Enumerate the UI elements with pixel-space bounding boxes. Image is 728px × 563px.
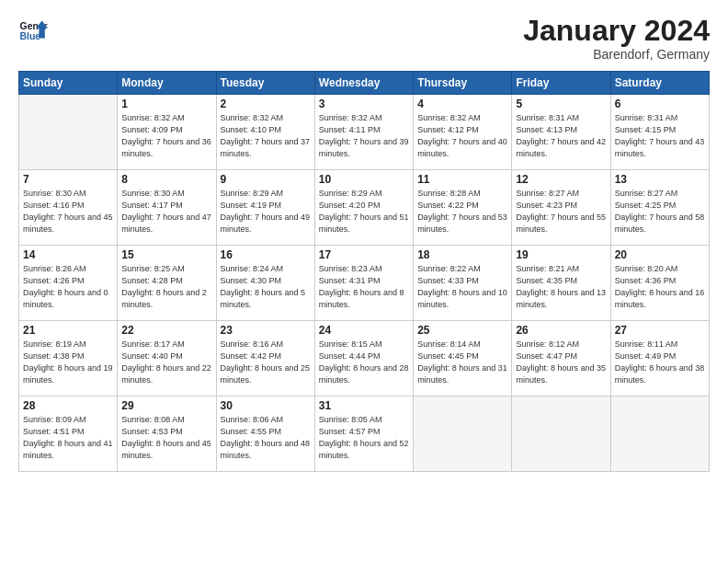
calendar-cell: 28Sunrise: 8:09 AMSunset: 4:51 PMDayligh… [19,396,118,472]
calendar-cell: 8Sunrise: 8:30 AMSunset: 4:17 PMDaylight… [118,170,216,246]
calendar-cell: 23Sunrise: 8:16 AMSunset: 4:42 PMDayligh… [216,321,314,396]
calendar-cell: 4Sunrise: 8:32 AMSunset: 4:12 PMDaylight… [414,95,512,170]
calendar-cell: 30Sunrise: 8:06 AMSunset: 4:55 PMDayligh… [216,396,314,472]
location: Barendorf, Germany [523,47,710,62]
day-info: Sunrise: 8:12 AMSunset: 4:47 PMDaylight:… [516,339,606,386]
day-info: Sunrise: 8:21 AMSunset: 4:35 PMDaylight:… [516,263,606,311]
day-number: 17 [319,248,409,261]
calendar-cell [610,396,709,472]
calendar-cell: 25Sunrise: 8:14 AMSunset: 4:45 PMDayligh… [414,321,512,396]
weekday-header-row: SundayMondayTuesdayWednesdayThursdayFrid… [19,72,710,95]
day-number: 15 [121,248,211,261]
day-number: 2 [221,98,311,110]
calendar-cell [414,396,512,472]
header: General Blue January 2024 Barendorf, Ger… [18,15,710,62]
day-info: Sunrise: 8:22 AMSunset: 4:33 PMDaylight:… [417,263,507,311]
week-row-4: 21Sunrise: 8:19 AMSunset: 4:38 PMDayligh… [19,321,710,396]
calendar-cell: 16Sunrise: 8:24 AMSunset: 4:30 PMDayligh… [216,246,314,321]
calendar-cell [19,95,118,170]
calendar-cell: 10Sunrise: 8:29 AMSunset: 4:20 PMDayligh… [314,170,413,246]
day-number: 24 [319,324,409,337]
calendar-cell: 19Sunrise: 8:21 AMSunset: 4:35 PMDayligh… [512,246,610,321]
day-info: Sunrise: 8:29 AMSunset: 4:19 PMDaylight:… [221,188,311,236]
day-info: Sunrise: 8:15 AMSunset: 4:44 PMDaylight:… [319,339,409,386]
day-number: 27 [615,324,705,337]
week-row-3: 14Sunrise: 8:26 AMSunset: 4:26 PMDayligh… [19,246,710,321]
day-number: 6 [615,98,705,110]
day-info: Sunrise: 8:23 AMSunset: 4:31 PMDaylight:… [319,263,409,311]
calendar-cell: 21Sunrise: 8:19 AMSunset: 4:38 PMDayligh… [19,321,118,396]
day-info: Sunrise: 8:17 AMSunset: 4:40 PMDaylight:… [121,339,211,386]
weekday-saturday: Saturday [610,72,709,95]
day-info: Sunrise: 8:20 AMSunset: 4:36 PMDaylight:… [615,263,705,311]
day-info: Sunrise: 8:08 AMSunset: 4:53 PMDaylight:… [121,414,211,462]
day-info: Sunrise: 8:14 AMSunset: 4:45 PMDaylight:… [417,339,507,386]
calendar-cell: 2Sunrise: 8:32 AMSunset: 4:10 PMDaylight… [216,95,314,170]
calendar-cell: 7Sunrise: 8:30 AMSunset: 4:16 PMDaylight… [19,170,118,246]
day-number: 12 [516,173,606,186]
calendar-cell: 1Sunrise: 8:32 AMSunset: 4:09 PMDaylight… [118,95,216,170]
day-info: Sunrise: 8:28 AMSunset: 4:22 PMDaylight:… [417,188,507,236]
day-info: Sunrise: 8:26 AMSunset: 4:26 PMDaylight:… [23,263,113,311]
month-title: January 2024 [523,15,710,47]
day-info: Sunrise: 8:24 AMSunset: 4:30 PMDaylight:… [221,263,311,311]
calendar-cell: 3Sunrise: 8:32 AMSunset: 4:11 PMDaylight… [314,95,413,170]
day-info: Sunrise: 8:16 AMSunset: 4:42 PMDaylight:… [221,339,311,386]
calendar-cell: 29Sunrise: 8:08 AMSunset: 4:53 PMDayligh… [118,396,216,472]
day-number: 20 [615,248,705,261]
day-info: Sunrise: 8:09 AMSunset: 4:51 PMDaylight:… [23,414,113,462]
day-number: 9 [221,173,311,186]
svg-text:Blue: Blue [20,31,41,41]
calendar-cell: 18Sunrise: 8:22 AMSunset: 4:33 PMDayligh… [414,246,512,321]
day-info: Sunrise: 8:19 AMSunset: 4:38 PMDaylight:… [23,339,113,386]
weekday-friday: Friday [512,72,610,95]
calendar-cell: 27Sunrise: 8:11 AMSunset: 4:49 PMDayligh… [610,321,709,396]
weekday-sunday: Sunday [19,72,118,95]
calendar-cell: 31Sunrise: 8:05 AMSunset: 4:57 PMDayligh… [314,396,413,472]
weekday-wednesday: Wednesday [314,72,413,95]
day-number: 10 [319,173,409,186]
day-number: 28 [23,399,113,412]
calendar-cell: 26Sunrise: 8:12 AMSunset: 4:47 PMDayligh… [512,321,610,396]
calendar-page: General Blue January 2024 Barendorf, Ger… [0,0,728,563]
day-info: Sunrise: 8:30 AMSunset: 4:17 PMDaylight:… [121,188,211,236]
logo-icon: General Blue [18,15,48,44]
day-number: 4 [417,98,507,110]
calendar-cell: 6Sunrise: 8:31 AMSunset: 4:15 PMDaylight… [610,95,709,170]
week-row-2: 7Sunrise: 8:30 AMSunset: 4:16 PMDaylight… [19,170,710,246]
day-info: Sunrise: 8:30 AMSunset: 4:16 PMDaylight:… [23,188,113,236]
day-number: 18 [417,248,507,261]
day-info: Sunrise: 8:29 AMSunset: 4:20 PMDaylight:… [319,188,409,236]
day-info: Sunrise: 8:32 AMSunset: 4:12 PMDaylight:… [417,112,507,160]
day-info: Sunrise: 8:25 AMSunset: 4:28 PMDaylight:… [121,263,211,311]
day-number: 8 [121,173,211,186]
day-number: 31 [319,399,409,412]
calendar-table: SundayMondayTuesdayWednesdayThursdayFrid… [18,71,710,472]
day-number: 14 [23,248,113,261]
calendar-cell: 17Sunrise: 8:23 AMSunset: 4:31 PMDayligh… [314,246,413,321]
day-info: Sunrise: 8:05 AMSunset: 4:57 PMDaylight:… [319,414,409,462]
calendar-cell: 22Sunrise: 8:17 AMSunset: 4:40 PMDayligh… [118,321,216,396]
logo: General Blue [18,15,48,44]
day-number: 22 [121,324,211,337]
day-number: 21 [23,324,113,337]
weekday-monday: Monday [118,72,216,95]
calendar-cell: 9Sunrise: 8:29 AMSunset: 4:19 PMDaylight… [216,170,314,246]
day-number: 1 [121,98,211,110]
weekday-tuesday: Tuesday [216,72,314,95]
title-block: January 2024 Barendorf, Germany [523,15,710,62]
day-number: 13 [615,173,705,186]
day-number: 26 [516,324,606,337]
day-number: 11 [417,173,507,186]
day-info: Sunrise: 8:32 AMSunset: 4:09 PMDaylight:… [121,112,211,160]
calendar-body: 1Sunrise: 8:32 AMSunset: 4:09 PMDaylight… [19,95,710,472]
day-number: 3 [319,98,409,110]
day-info: Sunrise: 8:27 AMSunset: 4:23 PMDaylight:… [516,188,606,236]
calendar-cell: 13Sunrise: 8:27 AMSunset: 4:25 PMDayligh… [610,170,709,246]
day-number: 25 [417,324,507,337]
week-row-5: 28Sunrise: 8:09 AMSunset: 4:51 PMDayligh… [19,396,710,472]
calendar-cell: 24Sunrise: 8:15 AMSunset: 4:44 PMDayligh… [314,321,413,396]
day-number: 19 [516,248,606,261]
day-info: Sunrise: 8:32 AMSunset: 4:10 PMDaylight:… [221,112,311,160]
calendar-cell: 12Sunrise: 8:27 AMSunset: 4:23 PMDayligh… [512,170,610,246]
